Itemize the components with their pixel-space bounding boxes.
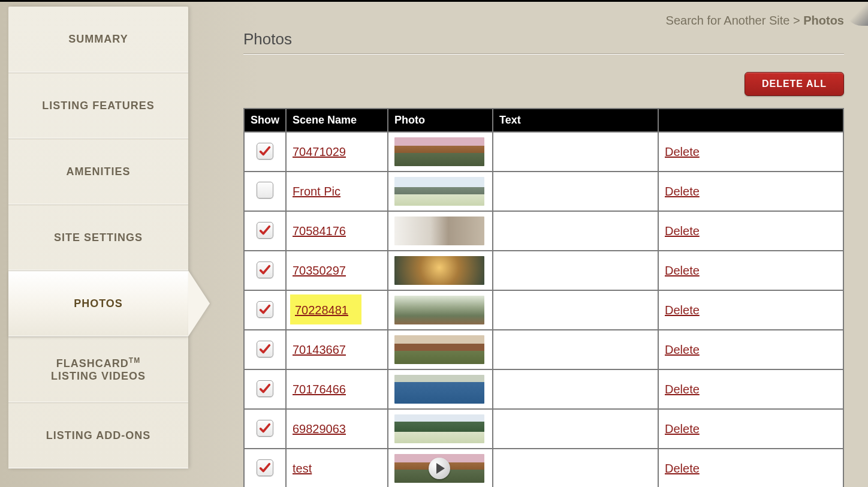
sidebar-item-label: SITE SETTINGS xyxy=(54,232,143,244)
sidebar-item-label: SUMMARY xyxy=(68,33,128,46)
scene-name-link[interactable]: 70584176 xyxy=(293,224,346,238)
highlight-box: 70228481 xyxy=(290,294,361,324)
sidebar-nav: SUMMARY LISTING FEATURES AMENITIES SITE … xyxy=(8,7,188,468)
delete-link[interactable]: Delete xyxy=(665,224,700,238)
breadcrumb-current: Photos xyxy=(803,14,844,27)
table-row: testDelete xyxy=(244,449,843,487)
photos-table: Show Scene Name Photo Text 70471029Delet… xyxy=(243,108,844,487)
delete-link[interactable]: Delete xyxy=(665,422,700,435)
breadcrumb-separator: > xyxy=(793,14,800,27)
photo-thumbnail[interactable] xyxy=(394,256,484,285)
show-checkbox[interactable] xyxy=(257,182,273,199)
breadcrumb-link-search[interactable]: Search for Another Site xyxy=(666,14,790,27)
text-cell xyxy=(493,369,658,409)
photo-thumbnail[interactable] xyxy=(394,217,484,245)
photo-thumbnail[interactable] xyxy=(394,177,484,206)
show-checkbox[interactable] xyxy=(257,380,273,397)
show-checkbox[interactable] xyxy=(257,143,273,160)
scene-name-link[interactable]: 70228481 xyxy=(295,303,348,317)
text-cell xyxy=(493,172,658,211)
th-actions xyxy=(658,109,843,132)
checkmark-icon xyxy=(258,145,272,158)
checkmark-icon xyxy=(258,303,272,316)
delete-link[interactable]: Delete xyxy=(665,303,700,317)
photo-thumbnail[interactable] xyxy=(394,375,484,404)
sidebar-item-amenities[interactable]: AMENITIES xyxy=(8,139,188,205)
th-text: Text xyxy=(493,109,658,132)
sidebar-item-label: AMENITIES xyxy=(66,166,130,178)
photo-thumbnail[interactable] xyxy=(394,454,484,483)
text-cell xyxy=(493,211,658,251)
sidebar-item-label: PHOTOS xyxy=(74,297,123,310)
delete-link[interactable]: Delete xyxy=(665,462,700,475)
photo-thumbnail[interactable] xyxy=(394,137,484,166)
checkmark-icon xyxy=(258,461,272,474)
show-checkbox[interactable] xyxy=(257,301,273,318)
delete-link[interactable]: Delete xyxy=(665,264,700,277)
table-row: 70143667Delete xyxy=(244,330,843,369)
sidebar-item-listing-features[interactable]: LISTING FEATURES xyxy=(8,73,188,139)
th-scene-name: Scene Name xyxy=(286,109,388,132)
text-cell xyxy=(493,330,658,369)
show-checkbox[interactable] xyxy=(257,420,273,437)
text-cell xyxy=(493,409,658,449)
sidebar-item-photos[interactable]: PHOTOS xyxy=(8,270,188,336)
text-cell xyxy=(493,251,658,290)
table-row: 69829063Delete xyxy=(244,409,843,449)
breadcrumb: Search for Another Site > Photos xyxy=(243,14,844,28)
show-checkbox[interactable] xyxy=(257,222,273,239)
sidebar-item-site-settings[interactable]: SITE SETTINGS xyxy=(8,205,188,270)
text-cell xyxy=(493,132,658,172)
sidebar-item-flashcard-videos[interactable]: FLASHCARDTM LISTING VIDEOS xyxy=(8,336,188,402)
scene-name-link[interactable]: 69829063 xyxy=(293,422,346,435)
sidebar-item-label: FLASHCARDTM LISTING VIDEOS xyxy=(51,356,146,383)
photo-thumbnail[interactable] xyxy=(394,335,484,364)
sidebar-item-label: LISTING FEATURES xyxy=(42,100,155,112)
delete-link[interactable]: Delete xyxy=(665,343,700,356)
scene-name-link[interactable]: 70143667 xyxy=(293,343,346,356)
checkmark-icon xyxy=(258,342,272,356)
checkmark-icon xyxy=(258,382,272,395)
show-checkbox[interactable] xyxy=(257,341,273,357)
delete-all-button[interactable]: DELETE ALL xyxy=(745,72,844,96)
scene-name-link[interactable]: 70176466 xyxy=(293,383,346,396)
table-row: 70228481Delete xyxy=(244,290,843,330)
sidebar-item-summary[interactable]: SUMMARY xyxy=(8,7,188,73)
delete-link[interactable]: Delete xyxy=(665,145,700,158)
scene-name-link[interactable]: 70471029 xyxy=(293,145,346,158)
table-row: 70471029Delete xyxy=(244,132,843,172)
play-icon xyxy=(429,458,450,479)
checkmark-icon xyxy=(258,263,272,276)
photo-thumbnail[interactable] xyxy=(394,414,484,443)
text-cell xyxy=(493,290,658,330)
show-checkbox[interactable] xyxy=(257,459,273,476)
delete-link[interactable]: Delete xyxy=(665,383,700,396)
table-row: 70176466Delete xyxy=(244,369,843,409)
delete-link[interactable]: Delete xyxy=(665,185,700,198)
text-cell xyxy=(493,449,658,487)
th-show: Show xyxy=(244,109,286,132)
checkmark-icon xyxy=(258,224,272,237)
page-title: Photos xyxy=(243,30,844,54)
table-row: 70584176Delete xyxy=(244,211,843,251)
sidebar-item-label: LISTING ADD-ONS xyxy=(46,429,150,442)
table-row: Front PicDelete xyxy=(244,172,843,211)
show-checkbox[interactable] xyxy=(257,261,273,278)
checkmark-icon xyxy=(258,422,272,435)
scene-name-link[interactable]: 70350297 xyxy=(293,264,346,277)
sidebar-item-listing-addons[interactable]: LISTING ADD-ONS xyxy=(8,402,188,468)
scene-name-link[interactable]: Front Pic xyxy=(293,185,340,198)
scene-name-link[interactable]: test xyxy=(293,462,312,475)
table-row: 70350297Delete xyxy=(244,251,843,290)
th-photo: Photo xyxy=(388,109,493,132)
photo-thumbnail[interactable] xyxy=(394,296,484,324)
